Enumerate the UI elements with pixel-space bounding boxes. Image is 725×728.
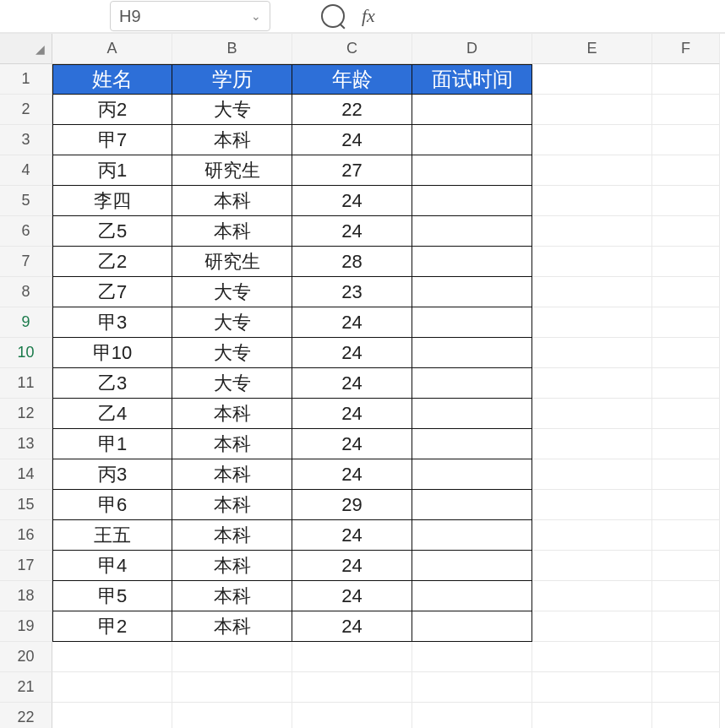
cell[interactable] — [652, 338, 720, 368]
cell[interactable]: 乙7 — [52, 277, 172, 307]
cell[interactable]: 24 — [292, 551, 412, 581]
cell[interactable] — [652, 125, 720, 155]
cell[interactable] — [652, 277, 720, 307]
cell[interactable]: 本科 — [172, 399, 292, 429]
cell[interactable]: 研究生 — [172, 247, 292, 277]
cell[interactable] — [532, 186, 652, 216]
chevron-down-icon[interactable]: ⌄ — [251, 9, 261, 23]
cell[interactable] — [652, 581, 720, 611]
cell[interactable] — [652, 459, 720, 490]
row-header[interactable]: 20 — [0, 642, 52, 672]
cell[interactable]: 本科 — [172, 490, 292, 520]
cell[interactable]: 本科 — [172, 459, 292, 490]
row-header[interactable]: 17 — [0, 551, 52, 581]
cell[interactable] — [412, 307, 532, 338]
cell[interactable] — [532, 611, 652, 642]
cell[interactable]: 丙1 — [52, 155, 172, 186]
cell[interactable] — [652, 429, 720, 459]
cell[interactable]: 大专 — [172, 307, 292, 338]
cell[interactable]: 24 — [292, 125, 412, 155]
col-header-b[interactable]: B — [172, 34, 292, 64]
row-header[interactable]: 5 — [0, 186, 52, 216]
cell[interactable]: 本科 — [172, 186, 292, 216]
cell[interactable] — [412, 581, 532, 611]
row-header[interactable]: 18 — [0, 581, 52, 611]
col-header-f[interactable]: F — [652, 34, 720, 64]
cell[interactable] — [412, 95, 532, 125]
cell[interactable] — [532, 247, 652, 277]
cell[interactable]: 24 — [292, 368, 412, 399]
cell[interactable] — [532, 429, 652, 459]
cell[interactable]: 甲3 — [52, 307, 172, 338]
cell[interactable] — [652, 490, 720, 520]
cell[interactable]: 本科 — [172, 216, 292, 247]
cell[interactable] — [532, 307, 652, 338]
row-header[interactable]: 16 — [0, 520, 52, 551]
cell[interactable] — [652, 672, 720, 703]
cell[interactable] — [412, 490, 532, 520]
cell[interactable]: 24 — [292, 581, 412, 611]
fx-label[interactable]: fx — [362, 5, 375, 27]
col-header-e[interactable]: E — [532, 34, 652, 64]
cell[interactable]: 甲7 — [52, 125, 172, 155]
cell[interactable]: 24 — [292, 399, 412, 429]
cell[interactable]: 本科 — [172, 551, 292, 581]
cell[interactable] — [412, 551, 532, 581]
row-header[interactable]: 12 — [0, 399, 52, 429]
cell[interactable]: 王五 — [52, 520, 172, 551]
cell[interactable] — [532, 95, 652, 125]
cell[interactable]: 大专 — [172, 338, 292, 368]
col-header-c[interactable]: C — [292, 34, 412, 64]
row-header[interactable]: 11 — [0, 368, 52, 399]
cell[interactable] — [652, 551, 720, 581]
col-header-d[interactable]: D — [412, 34, 532, 64]
cell[interactable] — [412, 399, 532, 429]
cell[interactable] — [292, 642, 412, 672]
cell[interactable] — [52, 642, 172, 672]
cell[interactable] — [412, 520, 532, 551]
cell[interactable] — [652, 247, 720, 277]
cell[interactable] — [412, 125, 532, 155]
name-box[interactable]: H9 ⌄ — [110, 1, 270, 31]
cell[interactable] — [532, 125, 652, 155]
cell[interactable] — [412, 155, 532, 186]
cell[interactable] — [532, 64, 652, 95]
cell[interactable] — [532, 277, 652, 307]
cell[interactable] — [412, 216, 532, 247]
cell[interactable] — [652, 216, 720, 247]
cell[interactable] — [172, 642, 292, 672]
cell[interactable] — [52, 703, 172, 728]
cell[interactable]: 乙2 — [52, 247, 172, 277]
table-header-cell[interactable]: 年龄 — [292, 64, 412, 95]
cell[interactable]: 大专 — [172, 95, 292, 125]
row-header[interactable]: 7 — [0, 247, 52, 277]
cell[interactable] — [412, 338, 532, 368]
cell[interactable]: 甲4 — [52, 551, 172, 581]
cell[interactable] — [532, 368, 652, 399]
cell[interactable] — [652, 520, 720, 551]
row-header[interactable]: 10 — [0, 338, 52, 368]
cell[interactable] — [52, 672, 172, 703]
cell[interactable] — [412, 368, 532, 399]
cell[interactable]: 本科 — [172, 611, 292, 642]
row-header[interactable]: 9 — [0, 307, 52, 338]
cell[interactable] — [412, 642, 532, 672]
cell[interactable] — [652, 368, 720, 399]
cell[interactable] — [652, 611, 720, 642]
cell[interactable]: 乙4 — [52, 399, 172, 429]
cell[interactable]: 丙2 — [52, 95, 172, 125]
cell[interactable]: 甲1 — [52, 429, 172, 459]
search-icon[interactable] — [321, 4, 345, 28]
cell[interactable] — [532, 520, 652, 551]
cell[interactable]: 甲2 — [52, 611, 172, 642]
cell[interactable]: 27 — [292, 155, 412, 186]
cell[interactable]: 甲6 — [52, 490, 172, 520]
cell[interactable]: 甲5 — [52, 581, 172, 611]
cell[interactable] — [652, 399, 720, 429]
row-header[interactable]: 14 — [0, 459, 52, 490]
cell[interactable]: 24 — [292, 186, 412, 216]
cell[interactable]: 丙3 — [52, 459, 172, 490]
row-header[interactable]: 21 — [0, 672, 52, 703]
cell[interactable]: 乙5 — [52, 216, 172, 247]
cell[interactable] — [412, 703, 532, 728]
